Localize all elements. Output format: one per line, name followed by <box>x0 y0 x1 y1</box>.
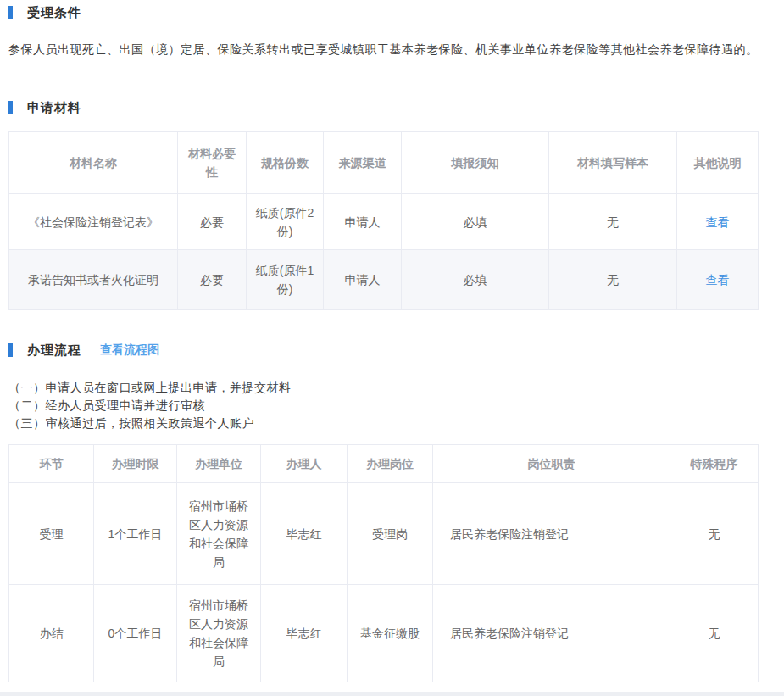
materials-header-row: 材料名称 材料必要性 规格份数 来源渠道 填报须知 材料填写样本 其他说明 <box>9 132 759 194</box>
section-header-process: 办理流程 查看流程图 <box>8 342 766 358</box>
cell-time-limit: 0个工作日 <box>94 585 177 682</box>
conditions-text: 参保人员出现死亡、出国（境）定居、保险关系转出或已享受城镇职工基本养老保险、机关… <box>8 41 766 58</box>
cell-material-name: 《社会保险注销登记表》 <box>9 194 178 250</box>
column-header-duty: 岗位职责 <box>433 445 670 483</box>
cell-duty: 居民养老保险注销登记 <box>433 585 670 682</box>
section-header-conditions: 受理条件 <box>8 5 766 20</box>
section-title-materials: 申请材料 <box>27 100 81 116</box>
cell-source: 申请人 <box>324 250 402 310</box>
materials-table: 材料名称 材料必要性 规格份数 来源渠道 填报须知 材料填写样本 其他说明 《社… <box>8 131 759 310</box>
column-header-step: 环节 <box>9 445 94 483</box>
column-header-spec: 规格份数 <box>247 132 324 194</box>
process-header-row: 环节 办理时限 办理单位 办理人 办理岗位 岗位职责 特殊程序 <box>9 445 759 483</box>
table-row: 办结 0个工作日 宿州市埇桥区人力资源和社会保障局 毕志红 基金征缴股 居民养老… <box>9 585 759 682</box>
table-row: 《社会保险注销登记表》 必要 纸质(原件2份) 申请人 必填 无 查看 <box>9 194 759 250</box>
process-table: 环节 办理时限 办理单位 办理人 办理岗位 岗位职责 特殊程序 受理 1个工作日… <box>8 444 759 682</box>
section-title-process: 办理流程 <box>27 342 81 359</box>
page-bottom-edge <box>0 692 784 696</box>
process-step: （三）审核通过后，按照相关政策退个人账户 <box>8 415 766 432</box>
section-header-materials: 申请材料 <box>8 100 766 115</box>
cell-post: 基金征缴股 <box>348 585 433 682</box>
cell-notice: 必填 <box>402 194 549 250</box>
process-steps: （一）申请人员在窗口或网上提出申请，并提交材料 （二）经办人员受理申请并进行审核… <box>8 379 766 432</box>
column-header-necessity: 材料必要性 <box>178 132 247 194</box>
column-header-unit: 办理单位 <box>177 445 261 483</box>
table-row: 承诺告知书或者火化证明 必要 纸质(原件1份) 申请人 必填 无 查看 <box>9 250 759 310</box>
cell-sample: 无 <box>549 194 677 250</box>
cell-unit: 宿州市埇桥区人力资源和社会保障局 <box>177 585 261 682</box>
cell-necessity: 必要 <box>178 250 247 310</box>
cell-unit: 宿州市埇桥区人力资源和社会保障局 <box>177 483 261 585</box>
column-header-special: 特殊程序 <box>670 445 759 483</box>
flowchart-link[interactable]: 查看流程图 <box>100 342 159 358</box>
cell-step: 办结 <box>9 585 94 682</box>
table-row: 受理 1个工作日 宿州市埇桥区人力资源和社会保障局 毕志红 受理岗 居民养老保险… <box>9 483 759 585</box>
process-step: （一）申请人员在窗口或网上提出申请，并提交材料 <box>8 379 766 397</box>
process-step: （二）经办人员受理申请并进行审核 <box>8 397 766 415</box>
cell-spec: 纸质(原件2份) <box>247 194 324 250</box>
cell-sample: 无 <box>549 250 677 310</box>
cell-step: 受理 <box>9 483 94 585</box>
cell-handler: 毕志红 <box>261 483 348 585</box>
cell-post: 受理岗 <box>348 483 433 585</box>
column-header-notice: 填报须知 <box>402 132 549 194</box>
column-header-sample: 材料填写样本 <box>549 132 677 194</box>
cell-necessity: 必要 <box>178 194 247 250</box>
cell-other: 查看 <box>677 250 759 310</box>
column-header-other: 其他说明 <box>677 132 759 194</box>
cell-special: 无 <box>670 483 759 585</box>
cell-source: 申请人 <box>324 194 402 250</box>
section-accent-bar <box>8 6 13 19</box>
column-header-handler: 办理人 <box>261 445 348 483</box>
section-accent-bar <box>8 101 13 114</box>
section-title-conditions: 受理条件 <box>27 5 81 21</box>
column-header-post: 办理岗位 <box>348 445 433 483</box>
cell-special: 无 <box>670 585 759 682</box>
view-link[interactable]: 查看 <box>706 215 730 229</box>
column-header-time-limit: 办理时限 <box>94 445 177 483</box>
cell-spec: 纸质(原件1份) <box>247 250 324 310</box>
view-link[interactable]: 查看 <box>706 273 730 287</box>
cell-material-name: 承诺告知书或者火化证明 <box>9 250 178 310</box>
column-header-source: 来源渠道 <box>324 132 402 194</box>
column-header-material-name: 材料名称 <box>9 132 178 194</box>
cell-notice: 必填 <box>402 250 549 310</box>
section-accent-bar <box>8 343 13 357</box>
service-detail-page: 受理条件 参保人员出现死亡、出国（境）定居、保险关系转出或已享受城镇职工基本养老… <box>0 5 766 682</box>
cell-other: 查看 <box>677 194 759 250</box>
cell-time-limit: 1个工作日 <box>94 483 177 585</box>
cell-handler: 毕志红 <box>261 585 348 682</box>
cell-duty: 居民养老保险注销登记 <box>433 483 670 585</box>
